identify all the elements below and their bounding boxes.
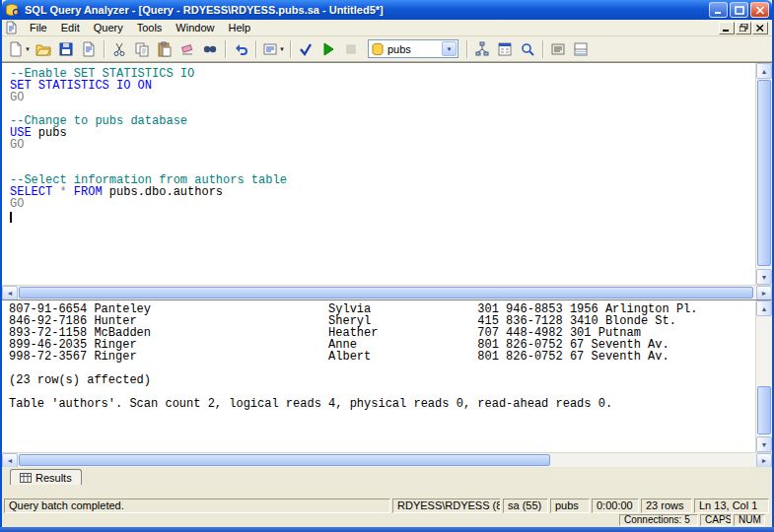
- props-icon: [550, 41, 566, 57]
- scroll-left-arrow-icon[interactable]: ◄: [2, 286, 18, 300]
- database-combo[interactable]: pubs▼: [368, 39, 458, 58]
- execute-query-button[interactable]: [317, 38, 340, 60]
- editor-line: SET STATISTICS IO ON: [10, 80, 755, 92]
- maximize-button[interactable]: [730, 2, 748, 18]
- query-editor-pane[interactable]: --Enable SET STATISTICS IOSET STATISTICS…: [2, 62, 772, 285]
- status-cursor-position: Ln 13, Col 1: [694, 499, 769, 513]
- scroll-down-arrow-icon[interactable]: ▼: [756, 436, 772, 452]
- parse-query-button[interactable]: [295, 38, 317, 60]
- insert-template-button[interactable]: [78, 38, 101, 60]
- results-content: 807-91-6654 Panteley Sylvia 301 946-8853…: [2, 300, 755, 452]
- new-icon: [8, 41, 24, 57]
- editor-line: USE pubs: [10, 127, 755, 139]
- status-server: RDYESS\RDYESS (8.0): [392, 499, 501, 513]
- copy-icon: [134, 41, 150, 57]
- toolbar-separator: [290, 40, 292, 58]
- results-line: 998-72-3567 Ringer Albert 801 826-0752 6…: [9, 351, 755, 363]
- paste-icon: [157, 41, 173, 57]
- cut-button[interactable]: [108, 38, 131, 60]
- undo-icon: [233, 41, 248, 57]
- mdi-window-controls: [719, 22, 768, 34]
- save-query-button[interactable]: [55, 38, 78, 60]
- scroll-down-arrow-icon[interactable]: ▼: [756, 269, 772, 285]
- mdi-minimize-button[interactable]: [719, 22, 735, 34]
- scroll-track[interactable]: [18, 286, 756, 299]
- tab-results[interactable]: Results: [10, 469, 82, 485]
- minimize-button[interactable]: [709, 2, 728, 18]
- results-pane[interactable]: 807-91-6654 Panteley Sylvia 301 946-8853…: [2, 299, 772, 452]
- menu-edit[interactable]: Edit: [54, 21, 87, 34]
- mdi-close-button[interactable]: [752, 22, 768, 34]
- scroll-up-arrow-icon[interactable]: ▲: [756, 300, 772, 316]
- taskbar[interactable]: [0, 527, 774, 532]
- editor-horizontal-scrollbar[interactable]: ◄ ►: [2, 285, 772, 299]
- results-icon: [573, 41, 589, 57]
- results-grid-icon: [20, 473, 32, 483]
- scroll-track[interactable]: [756, 316, 772, 436]
- cut-icon: [111, 41, 127, 57]
- query-document-icon[interactable]: [5, 21, 20, 34]
- new-query-button[interactable]: ▼: [6, 38, 33, 60]
- cancel-query-button: [340, 38, 363, 60]
- display-estimated-plan-button[interactable]: [471, 38, 494, 60]
- copy-button[interactable]: [131, 38, 154, 60]
- paste-button[interactable]: [154, 38, 176, 60]
- scroll-up-arrow-icon[interactable]: ▲: [756, 63, 772, 79]
- parse-icon: [298, 41, 314, 57]
- scroll-right-arrow-icon[interactable]: ►: [756, 286, 772, 300]
- results-line: (23 row(s) affected): [9, 374, 755, 386]
- dropdown-arrow-icon[interactable]: ▼: [25, 46, 31, 52]
- scroll-thumb[interactable]: [757, 386, 771, 434]
- toolbar-separator: [255, 40, 257, 58]
- object-search-button[interactable]: [517, 38, 539, 60]
- menu-file[interactable]: File: [23, 21, 54, 34]
- menu-tools[interactable]: Tools: [130, 21, 170, 34]
- title-bar[interactable]: SQL Query Analyzer - [Query - RDYESS\RDY…: [2, 0, 772, 20]
- menu-query[interactable]: Query: [87, 21, 130, 34]
- dropdown-arrow-icon[interactable]: ▼: [279, 46, 285, 52]
- find-button[interactable]: [199, 38, 222, 60]
- scroll-thumb[interactable]: [757, 80, 771, 266]
- editor-line: --Change to pubs database: [10, 115, 755, 127]
- status-message: Query batch completed.: [4, 499, 390, 513]
- open-icon: [35, 41, 51, 57]
- editor-content[interactable]: --Enable SET STATISTICS IOSET STATISTICS…: [2, 63, 755, 285]
- menu-window[interactable]: Window: [169, 21, 221, 34]
- execute-mode-button[interactable]: ▼: [260, 38, 287, 60]
- scroll-right-arrow-icon[interactable]: ►: [756, 453, 772, 468]
- search-icon: [520, 41, 535, 57]
- app-window: SQL Query Analyzer - [Query - RDYESS\RDY…: [0, 0, 774, 514]
- results-horizontal-scrollbar[interactable]: ◄ ►: [2, 452, 772, 467]
- clear-window-button[interactable]: [176, 38, 199, 60]
- results-vertical-scrollbar[interactable]: ▲ ▼: [755, 300, 772, 452]
- status-user: sa (55): [503, 499, 548, 513]
- combo-dropdown-icon[interactable]: ▼: [442, 41, 457, 56]
- object-browser-button[interactable]: [494, 38, 517, 60]
- database-combo-value: pubs: [385, 43, 442, 55]
- status-execution-time: 0:00:00: [592, 499, 639, 513]
- scroll-track[interactable]: [18, 453, 756, 467]
- connection-properties-button[interactable]: [547, 38, 570, 60]
- toolbar-separator: [542, 40, 544, 58]
- mdi-restore-button[interactable]: [736, 22, 751, 34]
- database-icon: [371, 42, 385, 56]
- scroll-track[interactable]: [756, 79, 772, 269]
- num-lock-indicator: NUM: [734, 514, 765, 526]
- mode-icon: [262, 41, 278, 57]
- scroll-thumb[interactable]: [19, 287, 753, 299]
- window-title: SQL Query Analyzer - [Query - RDYESS\RDY…: [25, 4, 709, 16]
- menu-items: FileEditQueryToolsWindowHelp: [23, 21, 719, 34]
- undo-button[interactable]: [230, 38, 252, 60]
- scroll-left-arrow-icon[interactable]: ◄: [2, 453, 18, 468]
- load-script-button[interactable]: [33, 38, 55, 60]
- tab-results-label: Results: [35, 472, 72, 484]
- menu-help[interactable]: Help: [221, 21, 257, 34]
- text-caret: [10, 212, 12, 223]
- caps-lock-indicator: CAPS: [700, 514, 732, 526]
- show-results-pane-button[interactable]: [570, 38, 593, 60]
- editor-vertical-scrollbar[interactable]: ▲ ▼: [755, 63, 772, 285]
- close-button[interactable]: [750, 2, 769, 18]
- toolbar-separator: [104, 40, 106, 58]
- editor-line: GO: [10, 139, 755, 151]
- scroll-thumb[interactable]: [19, 454, 550, 466]
